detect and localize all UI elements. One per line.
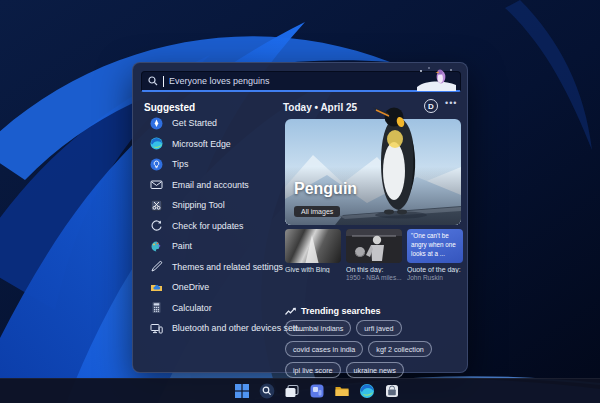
suggested-item-paint[interactable]: Paint: [133, 236, 283, 257]
trending-pill[interactable]: ukraine news: [346, 362, 404, 378]
text-caret: [163, 76, 164, 87]
trending-icon: [285, 307, 296, 316]
store-icon[interactable]: [384, 383, 400, 399]
suggested-item-label: Check for updates: [172, 221, 243, 231]
suggested-list: Get Started Microsoft Edge Tips Email an…: [133, 113, 283, 339]
trending-pills: mumbai indians urfi javed covid cases in…: [285, 320, 465, 378]
search-input[interactable]: Everyone loves penguins: [141, 71, 461, 92]
card-subcaption: 1950 - NBA miles...: [346, 274, 402, 281]
trending-pill[interactable]: kgf 2 collection: [368, 341, 432, 357]
profile-badge[interactable]: D: [424, 99, 438, 113]
daily-cards-row: Give with Bing On this day:: [285, 229, 463, 281]
start-button-icon[interactable]: [234, 383, 250, 399]
desktop: Everyone loves penguins Suggested Today …: [0, 0, 600, 403]
trending-pill[interactable]: ipl live score: [285, 362, 341, 378]
suggested-item-tips[interactable]: Tips: [133, 154, 283, 175]
updates-icon: [150, 219, 163, 232]
search-doodle-penguin-icon: [415, 65, 457, 91]
all-images-button[interactable]: All images: [294, 206, 340, 217]
suggested-item-check-updates[interactable]: Check for updates: [133, 216, 283, 237]
suggested-item-onedrive[interactable]: OneDrive: [133, 277, 283, 298]
card-caption: Give with Bing: [285, 266, 341, 273]
card-quote-of-the-day[interactable]: "One can't be angry when one looks at a …: [407, 229, 463, 281]
trending-pill[interactable]: mumbai indians: [285, 320, 351, 336]
trending-pill[interactable]: covid cases in india: [285, 341, 363, 357]
file-explorer-icon[interactable]: [334, 383, 350, 399]
edge-icon: [150, 137, 163, 150]
suggested-item-label: Tips: [172, 159, 188, 169]
taskbar: [0, 378, 600, 403]
suggested-item-themes-settings[interactable]: Themes and related settings: [133, 257, 283, 278]
suggested-heading: Suggested: [144, 102, 195, 113]
on-this-day-photo: [346, 229, 402, 263]
onedrive-icon: [150, 281, 163, 294]
quote-text: "One can't be angry when one looks at a …: [407, 229, 463, 263]
search-icon: [148, 76, 158, 86]
card-give-with-bing[interactable]: Give with Bing: [285, 229, 341, 281]
suggested-item-email-accounts[interactable]: Email and accounts: [133, 175, 283, 196]
card-caption: On this day:: [346, 266, 402, 273]
trending-header: Trending searches: [285, 306, 381, 316]
card-caption: Quote of the day:: [407, 266, 463, 273]
suggested-item-get-started[interactable]: Get Started: [133, 113, 283, 134]
suggested-item-label: Email and accounts: [172, 180, 249, 190]
date-header[interactable]: Today • April 25: [283, 102, 357, 113]
give-with-bing-photo: [285, 229, 341, 263]
card-on-this-day[interactable]: On this day: 1950 - NBA miles...: [346, 229, 402, 281]
widgets-icon[interactable]: [309, 383, 325, 399]
suggested-item-snipping-tool[interactable]: Snipping Tool: [133, 195, 283, 216]
suggested-item-label: Themes and related settings: [172, 262, 283, 272]
suggested-item-label: Calculator: [172, 303, 212, 313]
suggested-item-label: Paint: [172, 241, 192, 251]
suggested-item-bluetooth-devices[interactable]: Bluetooth and other devices sett...: [133, 318, 283, 339]
snipping-tool-icon: [150, 199, 163, 212]
edge-taskbar-icon[interactable]: [359, 383, 375, 399]
suggested-item-label: Snipping Tool: [172, 200, 225, 210]
taskbar-icons: [234, 379, 400, 403]
trending-title: Trending searches: [301, 306, 381, 316]
suggested-item-microsoft-edge[interactable]: Microsoft Edge: [133, 134, 283, 155]
trending-pill[interactable]: urfi javed: [356, 320, 401, 336]
penguin-graphic: [369, 103, 425, 225]
themes-icon: [150, 260, 163, 273]
more-options-icon[interactable]: •••: [445, 98, 457, 108]
paint-icon: [150, 240, 163, 253]
taskbar-search-icon[interactable]: [259, 383, 275, 399]
tips-icon: [150, 158, 163, 171]
search-panel: Everyone loves penguins Suggested Today …: [132, 62, 468, 373]
hero-card-penguin[interactable]: Penguin All images: [285, 119, 461, 225]
search-query-text: Everyone loves penguins: [169, 76, 270, 86]
suggested-item-label: OneDrive: [172, 282, 209, 292]
card-subcaption: John Ruskin: [407, 274, 463, 281]
calculator-icon: [150, 301, 163, 314]
get-started-icon: [150, 117, 163, 130]
suggested-item-label: Microsoft Edge: [172, 139, 231, 149]
suggested-item-calculator[interactable]: Calculator: [133, 298, 283, 319]
task-view-icon[interactable]: [284, 383, 300, 399]
hero-title: Penguin: [294, 180, 357, 198]
bluetooth-icon: [150, 322, 163, 335]
suggested-item-label: Get Started: [172, 118, 217, 128]
email-icon: [150, 178, 163, 191]
